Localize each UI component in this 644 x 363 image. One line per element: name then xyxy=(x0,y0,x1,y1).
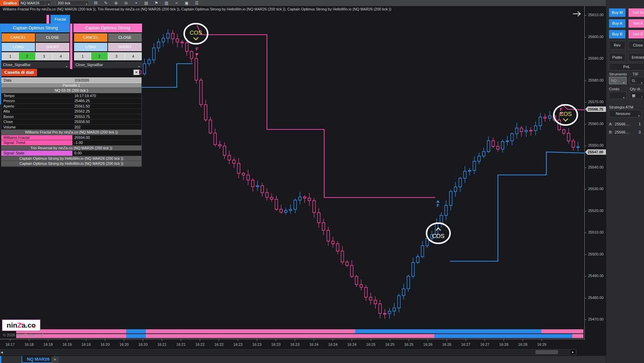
indicator-icon[interactable]: ▥ xyxy=(164,1,169,5)
databox-section-label: Captain Optimus Strong by HelloWin.io (N… xyxy=(20,161,124,166)
add-tab-button[interactable]: + xyxy=(51,357,59,363)
buy-bid-button[interactable]: Buy B xyxy=(609,30,625,38)
ask-row-qty: 1 xyxy=(639,122,641,126)
databox-row: Captain Optimus Strong by HelloWin.io (N… xyxy=(1,161,141,167)
pnl-button[interactable]: PnL xyxy=(609,63,644,70)
databox-row: Data2/3/2026 xyxy=(1,78,141,83)
chevron-down-icon: ▼ xyxy=(48,2,50,7)
signal-dropdown[interactable]: Close_SignalBar ▼ xyxy=(73,62,142,68)
trail-line-pink xyxy=(197,25,435,198)
short-button[interactable]: SHORT xyxy=(36,43,69,51)
cancel-button[interactable]: CANCEL xyxy=(2,33,35,42)
time-axis-label: 16:18 xyxy=(43,342,53,346)
qty-stepper[interactable]: ▦ ↕ xyxy=(630,92,644,99)
close-position-button[interactable]: Close xyxy=(629,41,644,50)
qty-button-4[interactable]: 4 xyxy=(125,52,142,60)
close-button[interactable]: CLOSE xyxy=(108,33,142,42)
zoom-out-icon[interactable]: ⊖ xyxy=(123,1,129,5)
price-axis-tick xyxy=(585,37,586,37)
long-button[interactable]: LONG xyxy=(2,43,35,51)
sell-ask-button[interactable]: Sell A xyxy=(629,19,644,28)
price-axis-label: 25580.00 xyxy=(588,78,604,82)
tif-field[interactable]: G.. ▼ xyxy=(630,77,644,84)
qty-button-1[interactable]: 1 xyxy=(2,52,19,60)
scroll-right-icon[interactable]: ▶ xyxy=(571,350,575,354)
time-axis[interactable]: 16:1716:1816:1816:1916:1916:2016:2016:20… xyxy=(0,339,584,346)
ask-row-prefix: A: xyxy=(609,122,613,126)
flat-button[interactable]: Piatto xyxy=(609,53,625,62)
price-axis-tick xyxy=(585,211,586,211)
snapshot-icon[interactable]: ▣ xyxy=(184,1,190,5)
signal-dropdown[interactable]: Close_SignalBar ▼ xyxy=(1,62,70,68)
databox-row-label: Signal: State xyxy=(1,151,72,156)
price-axis[interactable]: 25610.0025600.0025590.0025580.0025570.00… xyxy=(584,6,606,340)
databox-title[interactable]: Casella di dati xyxy=(1,69,37,76)
time-axis-label: 16:23 xyxy=(290,342,300,346)
scrollbar-thumb[interactable] xyxy=(536,350,558,354)
time-axis-label: 16:21 xyxy=(176,342,186,346)
alert-icon[interactable]: ⚑ xyxy=(154,1,159,5)
qty-button-4[interactable]: 4 xyxy=(53,52,69,60)
data-box-icon[interactable]: ▤ xyxy=(143,1,149,5)
divider xyxy=(45,1,45,5)
price-axis-label: 25480.00 xyxy=(588,296,604,300)
time-axis-label: 16:27 xyxy=(480,342,489,346)
interval-selector-value: 200 tick xyxy=(58,1,70,5)
interval-selector[interactable]: 200 tick ▼ xyxy=(56,0,89,6)
signal-strips xyxy=(16,329,583,338)
scroll-left-icon[interactable]: ◀ xyxy=(1,351,3,354)
price-axis-label: 25510.00 xyxy=(588,230,604,234)
tab-nq-mar26[interactable]: NQ MAR26 xyxy=(22,356,55,363)
price-axis-tick xyxy=(585,320,586,320)
qty-button-1[interactable]: 1 xyxy=(74,52,91,60)
instrument-selector[interactable]: NQ MAR26 ▼ xyxy=(19,0,51,6)
qty-button-3[interactable]: 3 xyxy=(36,52,53,60)
fractal-chip[interactable]: Fractal xyxy=(50,15,70,24)
signal-strip-segment xyxy=(541,329,583,333)
sell-mkt-button[interactable]: Sell M xyxy=(629,8,644,17)
databox-row-value: 202 xyxy=(72,125,141,130)
properties-icon[interactable]: ☰ xyxy=(194,1,200,5)
horizontal-scrollbar[interactable] xyxy=(0,349,577,355)
account-field[interactable]: ▼ xyxy=(609,92,626,99)
curve-icon[interactable]: ≈ xyxy=(174,1,179,5)
zoom-in-icon[interactable]: ⊕ xyxy=(113,1,119,5)
captain-optimus-panel-long: Captain Optimus Strong CANCEL CLOSE LONG… xyxy=(1,24,70,68)
qty-button-2[interactable]: 2 xyxy=(91,52,108,60)
chevron-down-icon: ▼ xyxy=(623,94,625,101)
short-button[interactable]: SHORT xyxy=(108,43,142,51)
trail-line-blue-left xyxy=(142,64,193,87)
databox-row-label: Alta xyxy=(1,109,72,114)
price-axis-label: 25470.00 xyxy=(588,317,604,321)
qty-button-3[interactable]: 3 xyxy=(108,52,125,60)
price-axis-tick xyxy=(585,124,586,124)
chart-style-icon[interactable]: ‖‖ xyxy=(93,1,99,5)
buy-ask-button[interactable]: Buy A xyxy=(609,19,625,28)
cancel-button[interactable]: CANCEL xyxy=(74,33,107,42)
time-axis-label: 16:22 xyxy=(214,342,224,346)
price-axis-label: 25490.00 xyxy=(588,274,604,278)
instrument-field[interactable]: NQ... ▼ xyxy=(609,77,626,84)
time-axis-label: 16:21 xyxy=(157,342,167,346)
databox-row: Pannello 1 xyxy=(1,83,141,88)
crosshair-icon[interactable]: + xyxy=(133,1,139,5)
qty-button-2[interactable]: 2 xyxy=(19,52,36,60)
databox-section-label: Trio Reversal by ninZa.co (NQ MAR26 (200… xyxy=(31,146,112,151)
chevron-down-icon: ▼ xyxy=(638,113,640,119)
close-icon[interactable]: × xyxy=(133,69,139,75)
entry-button[interactable]: Entrata xyxy=(629,53,644,62)
sell-bid-button[interactable]: Sell B xyxy=(629,30,644,38)
candlestick-series xyxy=(138,29,579,319)
reverse-button[interactable]: Rev xyxy=(609,41,625,50)
price-axis-tick xyxy=(585,298,586,298)
pan-right-arrow-icon[interactable] xyxy=(573,11,580,16)
atm-strategy-dropdown[interactable]: Nessuno ▼ xyxy=(609,110,642,117)
time-axis-label: 16:24 xyxy=(309,342,319,346)
close-button[interactable]: CLOSE xyxy=(36,33,69,42)
chevron-down-icon: ▼ xyxy=(66,64,68,70)
drawing-tools-icon[interactable]: ✎ xyxy=(103,1,109,5)
time-axis-label: 16:19 xyxy=(62,342,72,346)
long-button[interactable]: LONG xyxy=(74,43,107,51)
buy-mkt-button[interactable]: Buy M xyxy=(609,8,625,17)
window-tab-grafico[interactable]: Grafico xyxy=(0,0,20,6)
